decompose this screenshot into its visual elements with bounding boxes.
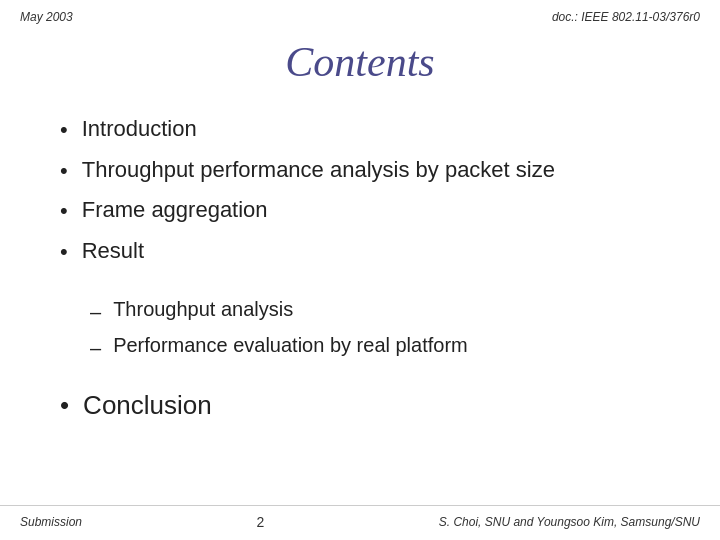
bullet-dot: • [60, 238, 68, 267]
bullet-text: Result [82, 238, 144, 264]
footer-submission: Submission [20, 515, 82, 529]
header-doc: doc.: IEEE 802.11-03/376r0 [552, 10, 700, 24]
main-bullet-list: • Introduction • Throughput performance … [60, 116, 660, 278]
list-item: • Frame aggregation [60, 197, 660, 226]
bullet-dot: • [60, 157, 68, 186]
list-item: • Introduction [60, 116, 660, 145]
sub-bullet-text: Throughput analysis [113, 298, 293, 321]
bullet-text: Introduction [82, 116, 197, 142]
sub-bullet-text: Performance evaluation by real platform [113, 334, 468, 357]
conclusion-text: Conclusion [83, 390, 212, 421]
slide: May 2003 doc.: IEEE 802.11-03/376r0 Cont… [0, 0, 720, 540]
sub-dash: – [90, 334, 101, 362]
bullet-dot: • [60, 116, 68, 145]
slide-content: Contents • Introduction • Throughput per… [0, 28, 720, 505]
sub-dash: – [90, 298, 101, 326]
bullet-text: Throughput performance analysis by packe… [82, 157, 555, 183]
bullet-dot: • [60, 197, 68, 226]
conclusion-dot: • [60, 390, 69, 421]
footer-page-number: 2 [256, 514, 264, 530]
sub-bullet-list: – Throughput analysis – Performance eval… [90, 298, 660, 370]
list-item: – Throughput analysis [90, 298, 660, 326]
list-item: • Result [60, 238, 660, 267]
conclusion-item: • Conclusion [60, 390, 660, 421]
slide-footer: Submission 2 S. Choi, SNU and Youngsoo K… [0, 505, 720, 540]
bullet-text: Frame aggregation [82, 197, 268, 223]
slide-title: Contents [60, 38, 660, 86]
header-date: May 2003 [20, 10, 73, 24]
list-item: • Throughput performance analysis by pac… [60, 157, 660, 186]
list-item: – Performance evaluation by real platfor… [90, 334, 660, 362]
slide-header: May 2003 doc.: IEEE 802.11-03/376r0 [0, 0, 720, 28]
footer-authors: S. Choi, SNU and Youngsoo Kim, Samsung/S… [439, 515, 700, 529]
